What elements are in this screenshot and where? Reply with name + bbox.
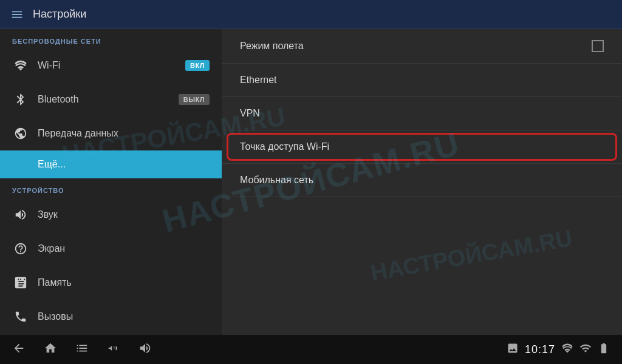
vol-down-button[interactable] <box>107 342 120 358</box>
data-icon <box>12 125 29 142</box>
calls-icon <box>12 308 29 325</box>
back-button[interactable] <box>12 342 26 358</box>
section-device: УСТРОЙСТВО <box>0 178 222 198</box>
home-button[interactable] <box>44 342 57 358</box>
sound-icon <box>12 206 29 223</box>
wifi-status-icon <box>561 342 573 357</box>
settings-icon <box>7 5 27 24</box>
sidebar-item-wifi[interactable]: Wi-Fi ВКЛ <box>0 49 222 83</box>
sidebar-item-display[interactable]: Экран <box>0 232 222 266</box>
battery-icon <box>598 342 610 357</box>
content-item-ethernet[interactable]: Ethernet <box>222 64 622 97</box>
signal-icon <box>579 342 592 357</box>
sidebar-item-sound[interactable]: Звук <box>0 198 222 232</box>
sidebar-item-data[interactable]: Передача данных <box>0 116 222 150</box>
display-icon <box>12 240 29 257</box>
gallery-icon <box>507 342 519 357</box>
page-title: Настройки <box>33 8 86 21</box>
content-panel: Режим полета Ethernet VPN Точка доступа … <box>222 29 622 335</box>
vpn-label: VPN <box>240 108 604 119</box>
mobile-network-label: Мобильная сеть <box>240 175 604 186</box>
time-display: 10:17 <box>525 343 555 356</box>
data-label: Передача данных <box>38 128 210 139</box>
sidebar-item-calls[interactable]: Вызовы <box>0 300 222 334</box>
display-label: Экран <box>38 243 210 254</box>
bluetooth-label: Bluetooth <box>38 94 179 105</box>
bottom-status: 10:17 <box>507 342 610 357</box>
calls-label: Вызовы <box>38 311 210 322</box>
bluetooth-icon <box>12 91 29 108</box>
sidebar-item-memory[interactable]: Память <box>0 266 222 300</box>
more-label: Ещё... <box>12 159 210 170</box>
recent-apps-button[interactable] <box>75 342 89 358</box>
section-wireless: БЕСПРОВОДНЫЕ СЕТИ <box>0 29 222 49</box>
content-item-vpn[interactable]: VPN <box>222 97 622 130</box>
memory-label: Память <box>38 277 210 288</box>
wifi-icon <box>12 57 29 74</box>
ethernet-label: Ethernet <box>240 75 604 86</box>
wifi-label: Wi-Fi <box>38 60 185 71</box>
airplane-label: Режим полета <box>240 41 592 52</box>
bluetooth-toggle[interactable]: ВЫКЛ <box>179 94 210 105</box>
sidebar-item-bluetooth[interactable]: Bluetooth ВЫКЛ <box>0 83 222 116</box>
memory-icon <box>12 274 29 291</box>
sidebar-item-more[interactable]: Ещё... <box>0 150 222 178</box>
sound-label: Звук <box>38 209 210 220</box>
sidebar: БЕСПРОВОДНЫЕ СЕТИ Wi-Fi ВКЛ Bluetooth ВЫ… <box>0 29 222 335</box>
content-item-airplane[interactable]: Режим полета <box>222 29 622 64</box>
wifi-hotspot-label: Точка доступа Wi-Fi <box>240 141 604 152</box>
bottom-bar: 10:17 <box>0 335 622 364</box>
wifi-toggle[interactable]: ВКЛ <box>185 60 210 71</box>
content-item-mobile-network[interactable]: Мобильная сеть <box>222 164 622 197</box>
content-item-wifi-hotspot[interactable]: Точка доступа Wi-Fi <box>222 130 622 164</box>
airplane-checkbox[interactable] <box>592 40 604 52</box>
vol-up-button[interactable] <box>138 342 152 358</box>
top-bar: Настройки <box>0 0 622 29</box>
bottom-nav <box>12 342 152 358</box>
main-layout: БЕСПРОВОДНЫЕ СЕТИ Wi-Fi ВКЛ Bluetooth ВЫ… <box>0 29 622 335</box>
